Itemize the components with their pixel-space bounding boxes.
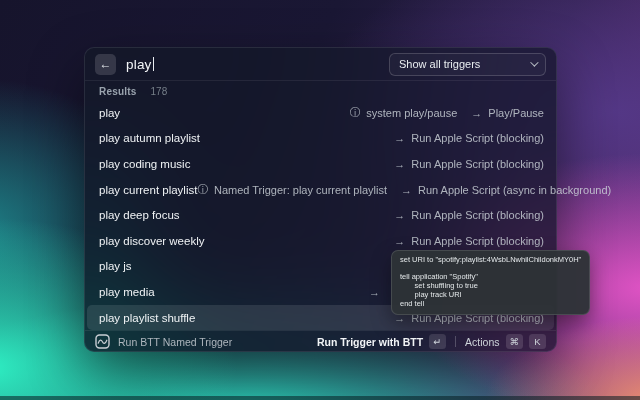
row-detail: → Run Apple Script (blocking) — [394, 158, 544, 170]
chevron-down-icon — [530, 58, 538, 66]
row-action-text: Run Apple Script (blocking) — [411, 132, 544, 144]
applescript-code: set URI to "spotify:playlist:4WsbLNwhilC… — [400, 256, 581, 308]
row-title: play discover weekly — [99, 235, 204, 247]
search-input[interactable]: play — [126, 57, 389, 72]
k-key-icon: K — [529, 334, 546, 349]
run-trigger-button[interactable]: Run Trigger with BTT — [317, 336, 423, 348]
row-title: play playlist shuffle — [99, 312, 195, 324]
row-detail: ⓘ system play/pause → Play/Pause — [350, 106, 544, 120]
row-title: play autumn playlist — [99, 132, 200, 144]
row-title: play coding music — [99, 158, 190, 170]
divider — [455, 336, 456, 347]
trigger-filter-dropdown[interactable]: Show all triggers — [389, 53, 546, 76]
trigger-search-window: ← play Show all triggers Results 178 pla… — [84, 47, 557, 352]
arrow-right-icon: → — [369, 286, 380, 298]
script-preview-tooltip: set URI to "spotify:playlist:4WsbLNwhilC… — [391, 250, 590, 315]
row-detail: → Run Apple Script (blocking) — [394, 132, 544, 144]
row-info-text: Named Trigger: play current playlist — [214, 184, 387, 196]
btt-logo-icon — [95, 334, 110, 349]
row-action-text: Run Apple Script (async in background) — [418, 184, 611, 196]
back-button[interactable]: ← — [95, 54, 116, 75]
screen-bottom-edge — [0, 396, 640, 400]
info-icon: ⓘ — [350, 106, 361, 120]
dropdown-selected-value: Show all triggers — [399, 58, 530, 70]
arrow-right-icon: → — [394, 158, 405, 170]
arrow-right-icon: → — [394, 132, 405, 144]
row-title: play deep focus — [99, 209, 180, 221]
result-row-play[interactable]: play ⓘ system play/pause → Play/Pause — [85, 100, 556, 126]
result-row-coding-music[interactable]: play coding music → Run Apple Script (bl… — [85, 151, 556, 177]
command-key-icon: ⌘ — [506, 334, 524, 349]
arrow-right-icon: → — [394, 235, 405, 247]
row-title: play — [99, 107, 120, 119]
search-query-text: play — [126, 57, 152, 72]
results-label: Results — [99, 86, 137, 97]
selected-action-type-label: Run BTT Named Trigger — [118, 336, 232, 348]
text-caret — [153, 57, 155, 71]
footer-actions: Run Trigger with BTT ↵ Actions ⌘ K — [317, 334, 546, 349]
row-action-text: Run Apple Script (blocking) — [411, 235, 544, 247]
row-title: play js — [99, 260, 132, 272]
row-title: play current playlist — [99, 184, 197, 196]
actions-button[interactable]: Actions — [465, 336, 499, 348]
footer-bar: Run BTT Named Trigger Run Trigger with B… — [85, 330, 556, 352]
arrow-right-icon: → — [471, 107, 482, 119]
arrow-right-icon: → — [394, 209, 405, 221]
row-action-text: Run Apple Script (blocking) — [411, 158, 544, 170]
return-key-icon: ↵ — [429, 334, 446, 349]
row-info-text: system play/pause — [366, 107, 457, 119]
row-action-text: Run Apple Script (blocking) — [411, 209, 544, 221]
result-row-current-playlist[interactable]: play current playlist ⓘ Named Trigger: p… — [85, 177, 556, 203]
row-detail: ⓘ Named Trigger: play current playlist →… — [197, 183, 611, 197]
row-action-text: Play/Pause — [488, 107, 544, 119]
results-count: 178 — [151, 86, 168, 97]
arrow-left-icon: ← — [100, 57, 112, 71]
results-header: Results 178 — [85, 81, 556, 99]
arrow-right-icon: → — [401, 184, 412, 196]
search-header: ← play Show all triggers — [85, 48, 556, 81]
row-detail: → Run Apple Script (blocking) — [394, 235, 544, 247]
result-row-autumn-playlist[interactable]: play autumn playlist → Run Apple Script … — [85, 126, 556, 152]
row-title: play media — [99, 286, 155, 298]
result-row-deep-focus[interactable]: play deep focus → Run Apple Script (bloc… — [85, 202, 556, 228]
row-detail: → Run Apple Script (blocking) — [394, 209, 544, 221]
info-icon: ⓘ — [197, 183, 208, 197]
